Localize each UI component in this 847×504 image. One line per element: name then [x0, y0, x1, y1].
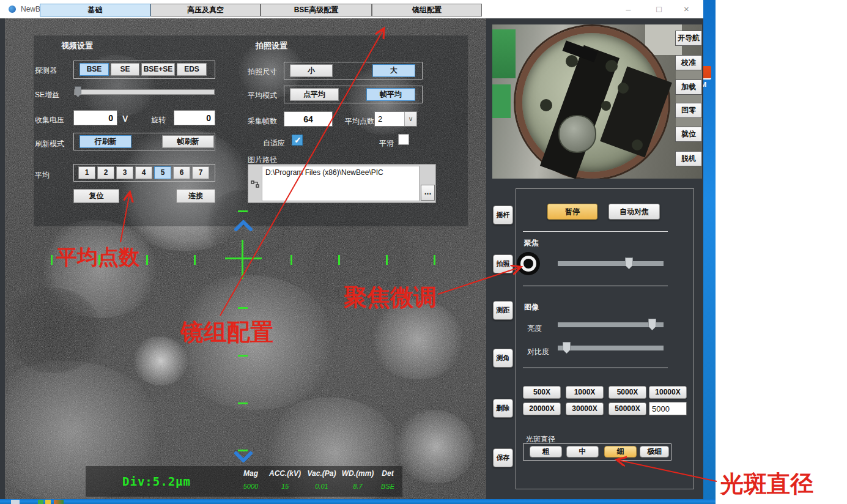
- refresh-line-button[interactable]: 行刷新: [80, 135, 131, 148]
- taskbar-icon[interactable]: [11, 500, 20, 504]
- app-icon: [9, 6, 16, 13]
- average-7-button[interactable]: 7: [192, 166, 209, 179]
- adaptive-checkbox[interactable]: [292, 135, 303, 146]
- delete-button[interactable]: 删除: [493, 399, 513, 418]
- nav-load-button[interactable]: 加载: [675, 80, 702, 95]
- average-3-button[interactable]: 3: [116, 166, 133, 179]
- save-button[interactable]: 保存: [493, 448, 513, 467]
- mag-20000x-button[interactable]: 20000X: [523, 402, 561, 415]
- tab-basic[interactable]: 基础: [40, 4, 150, 17]
- mag-30000x-button[interactable]: 30000X: [566, 402, 604, 415]
- taskbar-icon[interactable]: [38, 500, 43, 504]
- photo-size-label: 拍照尺寸: [248, 67, 277, 77]
- camera-hole: [601, 101, 611, 111]
- point-average-button[interactable]: 点平均: [290, 88, 339, 101]
- nav-offline-button[interactable]: 脱机: [675, 151, 702, 166]
- brightness-label: 亮度: [527, 324, 542, 334]
- magnification-input[interactable]: [649, 402, 687, 415]
- spot-group: [523, 443, 671, 461]
- mag-5000x-button[interactable]: 5000X: [608, 386, 646, 399]
- focus-fine-knob[interactable]: [517, 252, 540, 275]
- taskbar-icon[interactable]: [54, 500, 64, 504]
- ruler-tick: [51, 255, 53, 265]
- divider: [523, 286, 668, 286]
- close-button[interactable]: ×: [673, 0, 700, 18]
- tab-lens-config[interactable]: 镜组配置: [372, 4, 482, 17]
- chevron-down-icon[interactable]: [234, 451, 253, 463]
- detector-eds-button[interactable]: EDS: [177, 63, 207, 76]
- image-section-label: 图像: [524, 302, 539, 313]
- mag-10000x-button[interactable]: 10000X: [649, 386, 687, 399]
- smooth-label: 平滑: [379, 138, 394, 149]
- measure-angle-button[interactable]: 测角: [493, 349, 513, 368]
- average-5-button[interactable]: 5: [154, 166, 171, 179]
- smooth-checkbox[interactable]: [398, 134, 409, 145]
- nav-open-navigation-button[interactable]: 开导航: [675, 31, 702, 46]
- size-large-button[interactable]: 大: [372, 64, 415, 77]
- tab-bse-advanced[interactable]: BSE高级配置: [261, 4, 372, 17]
- path-picker-icon[interactable]: [251, 180, 259, 188]
- focus-slider-track[interactable]: [558, 261, 664, 266]
- average-2-button[interactable]: 2: [97, 166, 114, 179]
- camera-bolt: [558, 115, 596, 153]
- ruler-tick: [238, 402, 248, 404]
- connect-button[interactable]: 连接: [176, 189, 215, 203]
- average-label: 平均: [35, 170, 50, 180]
- app-window: NewBee – □ × 基: [0, 0, 703, 499]
- mag-50000x-button[interactable]: 50000X: [608, 402, 646, 415]
- average-4-button[interactable]: 4: [135, 166, 152, 179]
- chevron-down-icon[interactable]: ∨: [404, 112, 416, 126]
- se-gain-slider-track[interactable]: [74, 89, 215, 95]
- mag-500x-button[interactable]: 500X: [523, 386, 561, 399]
- divider: [523, 231, 668, 232]
- average-1-button[interactable]: 1: [78, 166, 95, 179]
- nav-in-position-button[interactable]: 就位: [675, 127, 702, 142]
- tab-hv-vacuum[interactable]: 高压及真空: [150, 4, 261, 17]
- pause-button[interactable]: 暂停: [547, 204, 597, 220]
- pic-path-value[interactable]: D:\Program Files (x86)\NewBee\PIC: [262, 166, 420, 201]
- chevron-up-icon[interactable]: [234, 220, 253, 232]
- detector-se-button[interactable]: SE: [111, 63, 139, 76]
- pic-path-box: D:\Program Files (x86)\NewBee\PIC ...: [248, 164, 436, 203]
- se-gain-label: SE增益: [35, 90, 59, 100]
- refresh-frame-button[interactable]: 帧刷新: [162, 135, 214, 148]
- camera-view: [492, 24, 702, 179]
- size-small-button[interactable]: 小: [290, 64, 333, 77]
- status-wd: WD.(mm)8.7: [339, 469, 376, 490]
- contrast-slider-track[interactable]: [558, 346, 664, 350]
- crosshair: [242, 240, 243, 279]
- avg-points-select[interactable]: 2 ∨: [374, 111, 417, 127]
- mag-1000x-button[interactable]: 1000X: [566, 386, 604, 399]
- nav-home-button[interactable]: 回零: [675, 103, 702, 118]
- maximize-button[interactable]: □: [645, 0, 673, 18]
- rotate-input[interactable]: [174, 110, 215, 125]
- capture-button[interactable]: 拍照: [493, 254, 513, 273]
- frames-input[interactable]: [284, 111, 333, 127]
- collect-voltage-label: 收集电压: [35, 115, 64, 125]
- rotate-label: 旋转: [151, 115, 166, 125]
- frame-average-button[interactable]: 帧平均: [366, 88, 415, 101]
- frames-label: 采集帧数: [248, 116, 277, 127]
- voltage-unit-label: V: [122, 114, 128, 124]
- nav-calibrate-button[interactable]: 校准: [675, 55, 702, 70]
- minimize-button[interactable]: –: [615, 0, 642, 18]
- detector-bse-button[interactable]: BSE: [80, 63, 109, 76]
- taskbar: [0, 499, 716, 504]
- autofocus-button[interactable]: 自动对焦: [608, 204, 660, 220]
- camera-hole: [618, 83, 629, 94]
- collect-voltage-input[interactable]: [73, 110, 117, 125]
- scale-division-value: Div:5.2μm: [122, 475, 191, 488]
- browse-button[interactable]: ...: [421, 185, 435, 201]
- taskbar-icon[interactable]: [45, 500, 51, 504]
- reset-button[interactable]: 复位: [73, 189, 119, 203]
- focus-label: 聚焦: [524, 238, 539, 248]
- photo-settings-title: 拍照设置: [256, 40, 287, 51]
- average-6-button[interactable]: 6: [173, 166, 190, 179]
- avg-mode-label: 平均模式: [248, 91, 277, 101]
- camera-machinery: [492, 84, 511, 118]
- joystick-button[interactable]: 摇杆: [493, 206, 513, 224]
- status-mag: Mag5000: [235, 469, 266, 490]
- brightness-slider-track[interactable]: [558, 322, 664, 327]
- measure-distance-button[interactable]: 测距: [493, 301, 513, 320]
- detector-bse-se-button[interactable]: BSE+SE: [141, 63, 175, 76]
